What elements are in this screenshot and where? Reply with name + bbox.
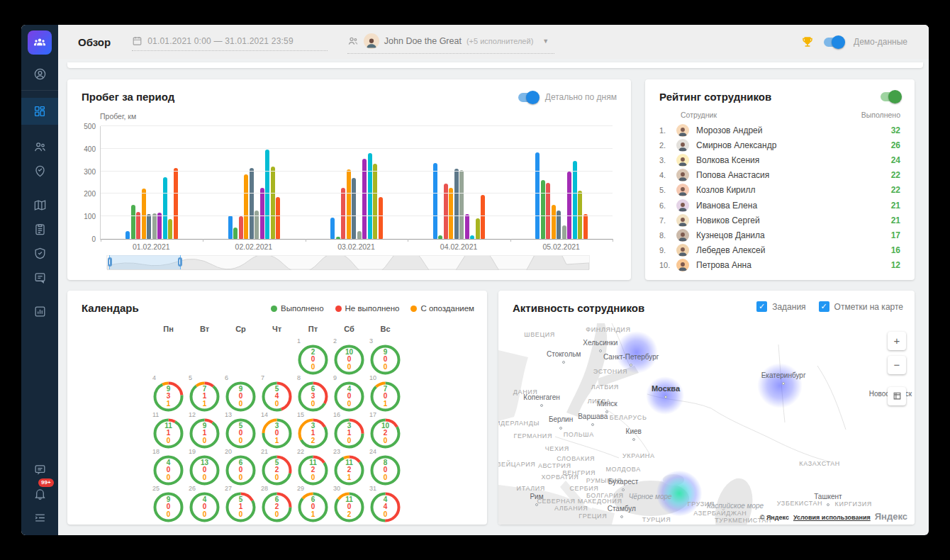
rating-row[interactable]: 9.Лебедев Алексей16 [659,243,900,258]
rating-row[interactable]: 3.Волкова Ксения24 [659,152,900,167]
sidebar-item-checkins[interactable] [21,159,58,183]
calendar-day[interactable]: 28620 [259,486,295,523]
calendar-day[interactable]: 111110 [150,413,186,449]
sidebar-item-map[interactable] [21,193,58,217]
calendar-day[interactable]: 27510 [223,486,259,523]
bar[interactable] [578,191,582,239]
calendar-day[interactable]: 21000 [331,339,367,376]
collapse-menu-icon[interactable] [21,505,58,530]
calendar-day[interactable]: 5711 [186,376,223,413]
rating-row[interactable]: 5.Козлов Кирилл22 [659,183,900,198]
bar[interactable] [131,205,135,239]
bar[interactable] [233,228,238,239]
calendar-day[interactable]: 13500 [223,413,259,449]
calendar-day[interactable]: 10701 [367,376,403,413]
bar[interactable] [465,214,469,239]
bar[interactable] [336,237,340,239]
calendar-day[interactable]: 221120 [295,449,331,486]
calendar-day[interactable]: 191300 [186,449,223,486]
bar[interactable] [379,197,383,239]
bar[interactable] [352,178,356,239]
chat-icon[interactable] [21,457,58,481]
calendar-day[interactable]: 15312 [295,413,331,449]
sidebar-item-analytics[interactable] [21,299,58,323]
bar[interactable] [265,150,269,239]
bar[interactable] [152,213,157,239]
bar[interactable] [347,169,351,239]
bar[interactable] [552,205,556,239]
trophy-icon[interactable] [801,35,814,48]
calendar-day[interactable]: 25900 [150,486,186,523]
bar[interactable] [341,188,345,239]
bar[interactable] [228,215,233,239]
bar[interactable] [546,183,550,240]
rating-row[interactable]: 6.Иванова Елена21 [659,198,900,213]
calendar-day[interactable]: 14301 [259,413,295,449]
account-icon[interactable] [21,62,58,86]
app-logo[interactable] [28,30,52,55]
calendar-day[interactable]: 9400 [331,376,367,413]
daily-detail-toggle[interactable] [518,93,538,102]
bar[interactable] [459,170,464,239]
calendar-day[interactable]: 18400 [150,449,186,486]
calendar-day[interactable]: 301102 [331,486,367,523]
bar[interactable] [271,167,275,239]
notifications-bell-icon[interactable]: 99+ [21,481,58,505]
chart-range-slider[interactable] [106,255,590,269]
rating-row[interactable]: 4.Попова Анастасия22 [659,168,900,183]
sidebar-item-dashboard[interactable] [21,98,58,125]
bar[interactable] [157,213,162,239]
map-zoom-out-button[interactable]: − [888,356,906,374]
calendar-day[interactable]: 20600 [223,449,259,486]
bar[interactable] [454,169,459,239]
bar[interactable] [244,174,248,239]
bar[interactable] [163,177,167,239]
date-range-picker[interactable]: 01.01.2021 0:00 — 31.01.2021 23:59 [132,33,328,51]
calendar-day[interactable]: 1200 [295,339,331,376]
bar[interactable] [260,188,264,239]
map-zoom-in-button[interactable]: + [888,332,906,350]
slider-handle-left[interactable] [108,257,112,267]
rating-row[interactable]: 2.Смирнов Александр26 [659,138,900,152]
map-filter-checkbox[interactable]: ✓Отметки на карте [819,301,903,312]
bar[interactable] [125,231,130,239]
bar[interactable] [174,168,178,239]
bar[interactable] [255,211,259,239]
map-canvas[interactable]: + − © Яндекс Условия использования Яндек… [498,323,915,525]
calendar-day[interactable]: 171020 [367,413,403,449]
bar[interactable] [250,168,254,239]
bar[interactable] [168,219,172,239]
bar[interactable] [476,218,480,239]
calendar-day[interactable]: 3900 [367,339,403,376]
bar[interactable] [438,235,442,239]
bar[interactable] [276,197,280,239]
bar[interactable] [433,163,437,239]
bar[interactable] [449,188,453,239]
rating-row[interactable]: 1.Морозов Андрей32 [659,123,900,138]
calendar-day[interactable]: 31440 [367,486,403,523]
bar[interactable] [368,153,372,239]
calendar-day[interactable]: 29601 [295,486,331,523]
checkbox-checked-icon[interactable]: ✓ [819,301,829,312]
bar[interactable] [541,180,545,239]
bar[interactable] [373,164,377,239]
bar[interactable] [567,172,571,239]
calendar-day[interactable]: 7540 [259,376,295,413]
bar[interactable] [147,214,151,239]
rating-row[interactable]: 7.Новиков Сергей21 [659,213,900,228]
sidebar-item-control[interactable] [21,241,58,265]
terms-of-use-link[interactable]: Условия использования [793,514,871,521]
sidebar-item-tasks[interactable] [21,217,58,241]
calendar-day[interactable]: 21520 [259,449,295,486]
bar[interactable] [470,235,474,239]
bar[interactable] [583,214,588,239]
calendar-day[interactable]: 26400 [186,486,223,523]
rating-toggle[interactable] [881,92,900,101]
bar[interactable] [330,218,335,239]
performer-selector[interactable]: John Doe the Great (+5 исполнителей) ▼ [347,30,554,54]
slider-handle-right[interactable] [178,257,182,267]
calendar-day[interactable]: 12910 [186,413,223,449]
sidebar-item-employees[interactable] [21,135,58,159]
bar[interactable] [535,152,540,239]
calendar-day[interactable]: 231121 [331,449,367,486]
